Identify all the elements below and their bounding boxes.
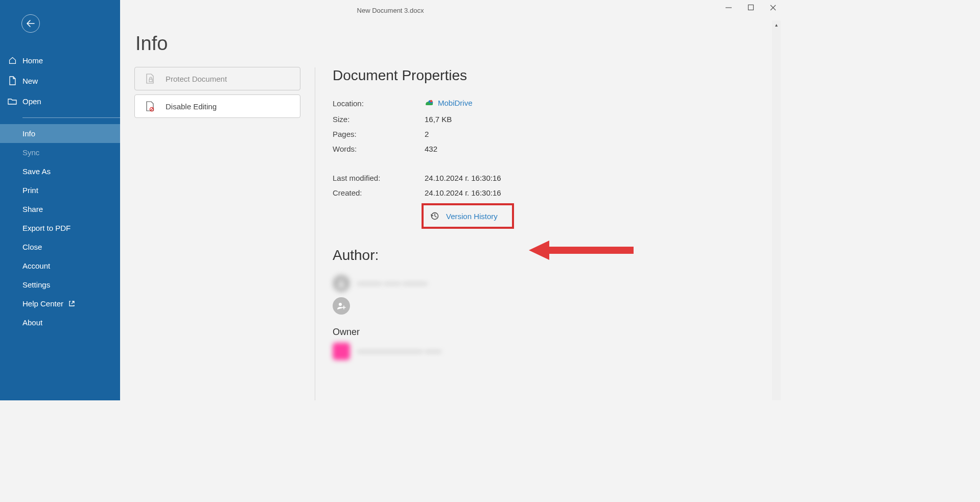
nav-label: Print [22,186,38,195]
lock-file-icon [144,73,156,85]
disable-editing-button[interactable]: Disable Editing [134,94,300,118]
version-history-button[interactable]: Version History [422,203,514,229]
nav-label: About [22,318,42,327]
author-row: ——— —— ——— [333,275,781,292]
nav-label: Export to PDF [22,224,71,232]
author-heading: Author: [333,247,781,264]
svg-point-9 [340,280,343,283]
nav-label: Help Center [22,299,63,308]
vertical-divider [315,67,315,400]
prop-location: Location: MobiDrive [333,95,781,112]
close-button[interactable] [769,4,777,11]
location-link[interactable]: MobiDrive [425,98,473,109]
home-icon [7,55,17,65]
nav-label: Sync [22,148,39,157]
nav-label: Open [22,97,41,106]
nav-about[interactable]: About [0,313,120,332]
svg-rect-4 [149,79,152,82]
back-button[interactable] [21,14,40,33]
svg-rect-1 [749,5,754,10]
nav-share[interactable]: Share [0,200,120,219]
add-person-icon [333,297,350,315]
file-icon [7,76,17,86]
avatar-icon [333,275,350,292]
owner-name: ———————— —— [357,347,441,356]
prop-value: 16,7 KB [425,115,452,124]
prop-label: Last modified: [333,174,425,182]
page-title: Info [135,33,300,55]
nav-label: Save As [22,167,51,176]
owner-row: ———————— —— [333,343,781,360]
prop-label: Pages: [333,130,425,138]
nav-label: Close [22,243,42,251]
nav-label: Share [22,205,43,213]
prop-value: 24.10.2024 г. 16:30:16 [425,174,501,182]
owner-heading: Owner [333,327,781,338]
disable-editing-label: Disable Editing [166,102,217,111]
nav-label: New [22,77,38,85]
file-blocked-icon [144,100,156,112]
nav-home[interactable]: Home [0,50,120,70]
minimize-button[interactable] [725,4,732,11]
vertical-scrollbar[interactable]: ▴ [772,20,781,400]
nav-label: Info [22,129,35,138]
history-icon [430,211,439,221]
window-title: New Document 3.docx [357,7,424,14]
protect-label: Protect Document [166,75,227,83]
nav-separator [22,117,120,118]
nav-help-center[interactable]: Help Center [0,294,120,313]
nav-sync[interactable]: Sync [0,143,120,162]
nav-close[interactable]: Close [0,237,120,256]
folder-icon [7,96,17,106]
nav-new[interactable]: New [0,70,120,91]
version-history-label: Version History [446,212,498,221]
prop-size: Size: 16,7 KB [333,112,781,127]
right-column: Document Properties Location: MobiDrive … [330,33,781,400]
left-column: Info Protect Document Disable Editing [134,33,300,400]
prop-label: Created: [333,188,425,197]
nav-export-pdf[interactable]: Export to PDF [0,219,120,237]
prop-pages: Pages: 2 [333,127,781,141]
prop-value: 432 [425,145,437,153]
window-controls [725,4,777,11]
prop-value: 2 [425,130,429,138]
external-link-icon [68,300,75,307]
location-value: MobiDrive [438,99,473,107]
nav-list: Home New Open Info Sync Save As Print [0,50,120,332]
maximize-button[interactable] [748,4,754,11]
svg-point-7 [430,100,432,102]
prop-created: Created: 24.10.2024 г. 16:30:16 [333,185,781,200]
prop-version-history: Version History [333,200,781,232]
svg-line-6 [151,108,153,111]
nav-print[interactable]: Print [0,181,120,200]
prop-label: Size: [333,115,425,124]
nav-open[interactable]: Open [0,91,120,111]
prop-value: 24.10.2024 г. 16:30:16 [425,188,501,197]
scroll-up-icon[interactable]: ▴ [772,20,781,29]
nav-label: Account [22,261,50,270]
nav-account[interactable]: Account [0,256,120,275]
svg-point-10 [339,303,342,306]
nav-label: Settings [22,280,50,289]
nav-info[interactable]: Info [0,124,120,143]
prop-modified: Last modified: 24.10.2024 г. 16:30:16 [333,171,781,185]
nav-label: Home [22,56,43,65]
nav-save-as[interactable]: Save As [0,162,120,181]
properties-heading: Document Properties [333,67,781,84]
nav-settings[interactable]: Settings [0,275,120,294]
content-area: Info Protect Document Disable Editing Do… [120,20,781,400]
owner-avatar [333,343,350,360]
prop-label: Words: [333,145,425,153]
add-author-row[interactable] [333,297,781,315]
mobidrive-logo-icon [425,98,434,107]
author-name: ——— —— ——— [357,279,427,288]
protect-document-button[interactable]: Protect Document [134,67,300,90]
prop-words: Words: 432 [333,141,781,156]
prop-label: Location: [333,99,425,108]
sidebar: Home New Open Info Sync Save As Print [0,0,120,400]
